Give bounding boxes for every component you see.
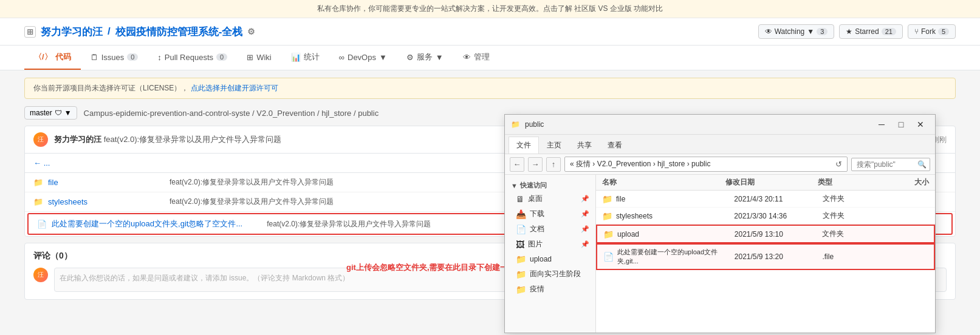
repo-name[interactable]: 校园疫情防控管理系统-全栈: [115, 25, 243, 39]
ribbon-tab-file[interactable]: 文件: [509, 137, 539, 154]
nav-code[interactable]: 〈/〉 代码: [24, 46, 81, 70]
eye-icon: 👁: [765, 27, 772, 36]
fork-button[interactable]: ⑂ Fork 5: [908, 24, 956, 39]
file-icon-placeholder: 📄: [37, 220, 47, 229]
top-banner: 私有仓库协作，你可能需要更专业的一站式解决方案，让开发更高效。点击了解 社区版 …: [0, 0, 980, 18]
chevron-icon: ▼: [807, 27, 814, 36]
code-icon: ⊞: [24, 26, 36, 38]
nav-wiki[interactable]: ⊞ Wiki: [237, 46, 281, 70]
ribbon-tab-view[interactable]: 查看: [600, 137, 630, 154]
explorer-window: 📁 public ─ □ ✕ 文件 主页 共享 查看 ← → ↑ « 疫情 › …: [504, 114, 936, 333]
sidebar-item-downloads[interactable]: 📥 下载 📌: [505, 206, 595, 222]
repo-title: ⊞ 努力学习的汪 / 校园疫情防控管理系统-全栈 ⚙: [24, 25, 255, 39]
refresh-icon[interactable]: ↺: [835, 160, 842, 169]
devops-icon: ∞: [339, 53, 344, 62]
epidemic-icon: 📁: [516, 285, 526, 294]
star-icon: ★: [846, 27, 852, 36]
admin-icon: 👁: [463, 53, 471, 62]
explorer-row-upload[interactable]: 📁 upload 2021/5/9 13:10 文件夹: [596, 225, 935, 243]
search-container: 🔍: [851, 158, 930, 171]
maximize-button[interactable]: □: [893, 118, 910, 131]
documents-icon: 📄: [516, 225, 526, 234]
commit-message: feat(v2.0):修复登录异常以及用户文件导入异常问题: [104, 135, 282, 144]
file-name-stylesheets[interactable]: stylesheets: [48, 197, 145, 206]
branch-selector[interactable]: master 🛡 ▼: [24, 106, 77, 120]
fork-icon: ⑂: [914, 27, 919, 36]
back-nav-button[interactable]: ←: [510, 157, 524, 172]
license-banner: 你当前开源项目尚未选择许可证（LICENSE）， 点此选择并创建开源许可可: [24, 78, 956, 99]
branch-name: master: [30, 109, 52, 117]
explorer-titlebar: 📁 public ─ □ ✕: [505, 115, 935, 135]
explorer-row-file[interactable]: 📁 file 2021/4/3 20:11 文件夹: [596, 191, 935, 208]
nav-pullrequests[interactable]: ↕ Pull Requests 0: [148, 46, 237, 70]
repo-actions: 👁 Watching ▼ 3 ★ Starred 21 ⑂ Fork 5: [758, 24, 956, 39]
up-nav-button[interactable]: ↑: [546, 157, 561, 172]
comment-avatar: 汪: [33, 268, 48, 282]
explorer-ribbon: 文件 主页 共享 查看: [505, 135, 935, 154]
repo-owner[interactable]: 努力学习的汪: [41, 25, 103, 39]
explorer-body: ▼ 快速访问 🖥 桌面 📌 📥 下载 📌 📄 文档 📌: [505, 175, 935, 333]
internship-icon: 📁: [516, 269, 526, 279]
fork-label: Fork: [921, 27, 936, 36]
explorer-header: 名称 修改日期 类型 大小: [596, 175, 935, 191]
pr-icon: ↕: [157, 53, 162, 62]
services-icon: ⚙: [406, 53, 414, 62]
repo-header: ⊞ 努力学习的汪 / 校园疫情防控管理系统-全栈 ⚙ 👁 Watching ▼ …: [0, 18, 980, 46]
sidebar-item-epidemic[interactable]: 📁 疫情: [505, 282, 595, 297]
nav-devops[interactable]: ∞ DevOps ▼: [329, 46, 397, 70]
file-name-placeholder[interactable]: 此处需要创建一个空的upload文件夹,git忽略了空文件...: [52, 218, 242, 229]
desktop-icon: 🖥: [516, 194, 524, 204]
folder-icon-stylesheets-exp: 📁: [602, 211, 612, 221]
shield-icon: 🛡: [55, 109, 62, 117]
folder-icon-upload-exp: 📁: [603, 229, 614, 239]
commit-author: 努力学习的汪: [54, 135, 101, 144]
sidebar-item-upload[interactable]: 📁 upload: [505, 252, 595, 266]
folder-icon-stylesheets: 📁: [33, 197, 43, 206]
starred-count: 21: [882, 28, 896, 35]
downloads-icon: 📥: [516, 209, 526, 219]
address-path: « 疫情 › V2.0_Prevention › hjl_store › pub…: [570, 159, 710, 169]
sidebar-item-desktop[interactable]: 🖥 桌面 📌: [505, 191, 595, 206]
address-bar[interactable]: « 疫情 › V2.0_Prevention › hjl_store › pub…: [564, 157, 848, 172]
nav-stats[interactable]: 📊 统计: [281, 46, 329, 70]
folder-icon-file: 📁: [602, 194, 612, 204]
close-button[interactable]: ✕: [912, 118, 929, 131]
col-size-header: 大小: [880, 177, 929, 188]
pictures-icon: 🖼: [516, 240, 524, 249]
file-icon-placeholder-exp: 📄: [603, 252, 614, 262]
chevron-icon: ▼: [511, 182, 518, 189]
search-icon: 🔍: [917, 160, 927, 169]
ribbon-tab-share[interactable]: 共享: [569, 137, 600, 154]
col-type-header: 类型: [818, 177, 880, 188]
explorer-window-title: public: [525, 120, 544, 129]
issues-icon: 🗒: [91, 53, 98, 62]
breadcrumb-text: Campus-epidemic-prevention-and-control-s…: [84, 109, 379, 118]
license-link[interactable]: 点此选择并创建开源许可可: [191, 84, 278, 92]
file-name-file[interactable]: file: [48, 178, 145, 187]
nav-issues[interactable]: 🗒 Issues 0: [81, 46, 148, 70]
explorer-row-placeholder-file[interactable]: 📄 此处需要创建一个空的upload文件夹,git... 2021/5/9 13…: [596, 243, 935, 270]
sidebar-item-internship[interactable]: 📁 面向实习生阶段: [505, 266, 595, 282]
ribbon-tab-home[interactable]: 主页: [539, 137, 569, 154]
banner-text: 私有仓库协作，你可能需要更专业的一站式解决方案，让开发更高效。点击了解 社区版 …: [317, 4, 663, 13]
back-arrow: ←: [33, 158, 44, 168]
explorer-row-stylesheets[interactable]: 📁 stylesheets 2021/3/30 14:36 文件夹: [596, 208, 935, 225]
nav-admin[interactable]: 👁 管理: [453, 46, 499, 70]
settings-icon[interactable]: ⚙: [247, 27, 255, 36]
nav-services[interactable]: ⚙ 服务 ▼: [397, 46, 453, 70]
watching-button[interactable]: 👁 Watching ▼ 3: [758, 24, 835, 39]
minimize-button[interactable]: ─: [873, 118, 890, 131]
license-text: 你当前开源项目尚未选择许可证（LICENSE），: [33, 84, 188, 92]
stats-icon: 📊: [291, 53, 301, 62]
explorer-sidebar: ▼ 快速访问 🖥 桌面 📌 📥 下载 📌 📄 文档 📌: [505, 175, 596, 333]
sidebar-item-documents[interactable]: 📄 文档 📌: [505, 222, 595, 237]
code-nav-icon: 〈/〉: [34, 52, 52, 63]
explorer-toolbar: ← → ↑ « 疫情 › V2.0_Prevention › hjl_store…: [505, 154, 935, 175]
avatar: 汪: [33, 132, 48, 147]
explorer-controls: ─ □ ✕: [873, 118, 929, 131]
upload-folder-icon: 📁: [516, 254, 526, 264]
forward-nav-button[interactable]: →: [528, 157, 543, 172]
breadcrumb-path: Campus-epidemic-prevention-and-control-s…: [82, 109, 381, 118]
sidebar-item-pictures[interactable]: 🖼 图片 📌: [505, 237, 595, 252]
star-button[interactable]: ★ Starred 21: [839, 24, 903, 39]
